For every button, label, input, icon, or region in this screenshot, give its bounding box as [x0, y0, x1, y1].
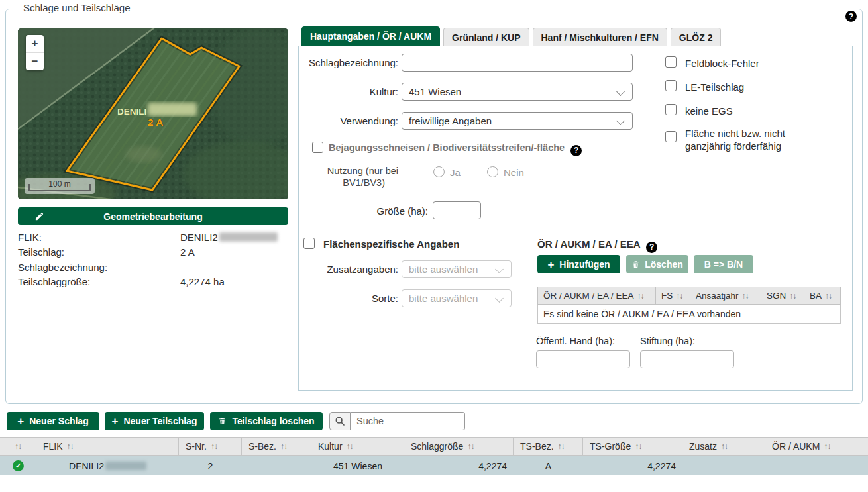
- sort-icon: ↑↓: [347, 442, 353, 451]
- col-flik[interactable]: FLIK ↑↓: [36, 438, 179, 455]
- tab-hanf[interactable]: Hanf / Mischkulturen / EFN: [533, 28, 667, 46]
- schlagbezeichnung-label: Schlagbezeichnung:: [18, 262, 180, 273]
- sorte-field-label: Sorte:: [299, 293, 398, 304]
- sort-icon: ↑↓: [676, 291, 682, 301]
- col-label: TS-Bez.: [520, 441, 554, 452]
- sorte-select[interactable]: bitte auswählen: [402, 289, 512, 307]
- zusatzangaben-select[interactable]: bitte auswählen: [402, 260, 512, 278]
- hinzufuegen-label: Hinzufügen: [559, 259, 610, 270]
- zoom-out-button[interactable]: −: [26, 52, 44, 70]
- geometry-edit-label: Geometriebearbeitung: [103, 211, 202, 222]
- neuer-teilschlag-button[interactable]: + Neuer Teilschlag: [105, 412, 204, 430]
- bejagung-help-icon[interactable]: ?: [570, 145, 582, 156]
- flik-value: DENILI2: [180, 232, 218, 243]
- keine-egs-checkbox[interactable]: [665, 104, 677, 115]
- pencil-icon: [34, 211, 44, 221]
- bejagung-checkbox[interactable]: [312, 142, 323, 153]
- tab-hauptangaben[interactable]: Hauptangaben / ÖR / AUKM: [301, 26, 440, 46]
- kultur-select[interactable]: 451 Wiesen: [402, 83, 633, 101]
- col-kultur[interactable]: Kultur ↑↓: [311, 438, 404, 455]
- schlagbezeichnung-input[interactable]: [402, 54, 633, 72]
- zoom-in-button[interactable]: +: [26, 35, 44, 52]
- flaechenspezifisch-checkbox[interactable]: [303, 238, 315, 249]
- nutzung-label: Nutzung (nur bei BV1/BV3): [299, 165, 398, 189]
- nutzung-label-line2: BV1/BV3): [299, 177, 385, 189]
- col-ts-bez[interactable]: TS-Bez. ↑↓: [514, 438, 583, 455]
- col-s-nr[interactable]: S-Nr. ↑↓: [179, 438, 242, 455]
- col-oer-aukm-ea-eea[interactable]: ÖR / AUKM / EA / EEA ↑↓: [537, 287, 655, 305]
- col-label: FLIK: [43, 441, 63, 452]
- kultur-value: 451 Wiesen: [409, 86, 461, 97]
- row-schlaggroesse-cell: 4,2274: [404, 456, 514, 475]
- col-label: S-Nr.: [186, 441, 207, 452]
- col-zusatz[interactable]: Zusatz ↑↓: [682, 438, 765, 455]
- sort-icon: ↑↓: [467, 442, 474, 451]
- geometry-edit-button[interactable]: Geometriebearbeitung: [18, 207, 288, 225]
- col-label: SGN: [767, 291, 786, 301]
- col-fs[interactable]: FS ↑↓: [655, 287, 690, 305]
- teilschlag-loeschen-button[interactable]: Teilschlag löschen: [210, 412, 323, 430]
- help-icon[interactable]: ?: [845, 11, 857, 22]
- row-zusatz-cell: [682, 456, 765, 475]
- loeschen-button[interactable]: Löschen: [626, 255, 688, 273]
- col-s-bez[interactable]: S-Bez. ↑↓: [242, 438, 311, 455]
- b-bn-label: B => B/N: [704, 259, 743, 270]
- neuer-schlag-label: Neuer Schlag: [29, 416, 88, 426]
- le-teilschlag-checkbox[interactable]: [665, 80, 677, 91]
- nutzung-nein-radio[interactable]: [487, 166, 498, 177]
- sort-icon: ↑↓: [825, 291, 832, 301]
- col-sgn[interactable]: SGN ↑↓: [761, 287, 804, 305]
- flaeche-nicht-foerderfaehig-checkbox[interactable]: [665, 131, 677, 142]
- col-ba[interactable]: BA ↑↓: [804, 287, 841, 305]
- stiftung-input[interactable]: [640, 350, 734, 368]
- neuer-schlag-button[interactable]: + Neuer Schlag: [7, 412, 99, 430]
- sort-icon: ↑↓: [824, 442, 830, 451]
- row-ts-bez-cell: A: [514, 456, 583, 475]
- map-parcel-label: 2 A: [148, 117, 164, 128]
- tab-gloez2[interactable]: GLÖZ 2: [671, 28, 722, 46]
- map-scale-bar: 100 m: [25, 178, 95, 194]
- oer-aukm-help-icon[interactable]: ?: [646, 242, 657, 253]
- oer-aukm-title: ÖR / AUKM / EA / EEA ?: [537, 238, 657, 253]
- oer-aukm-title-text: ÖR / AUKM / EA / EEA: [537, 238, 640, 250]
- neuer-teilschlag-label: Neuer Teilschlag: [123, 416, 197, 426]
- col-label: FS: [661, 291, 673, 301]
- groesse-input[interactable]: [433, 201, 481, 219]
- detail-row-schlagbezeichnung: Schlagbezeichnung:: [18, 260, 288, 275]
- row-oer-aukm-cell: [765, 456, 868, 475]
- tab-gruenland[interactable]: Grünland / KUP: [443, 28, 529, 46]
- chevron-down-icon: [495, 265, 504, 273]
- detail-row-teilschlaggroesse: Teilschlaggröße: 4,2274 ha: [18, 275, 288, 290]
- oer-aukm-table-header: ÖR / AUKM / EA / EEA ↑↓ FS ↑↓ Ansaatjahr…: [537, 287, 841, 305]
- map-zoom-control: + −: [26, 35, 44, 70]
- nutzung-ja-radio[interactable]: [433, 166, 445, 177]
- le-teilschlag-label: LE-Teilschlag: [685, 81, 744, 93]
- tab-bar: Hauptangaben / ÖR / AUKM Grünland / KUP …: [301, 28, 721, 46]
- oeffentl-hand-input[interactable]: [536, 350, 630, 368]
- parcel-map[interactable]: DENILI 2 A + − 100 m: [18, 28, 288, 199]
- oer-aukm-empty-row: Es sind keine ÖR / AUKM / EA / EEA vorha…: [537, 305, 841, 324]
- sorte-placeholder: bitte auswählen: [409, 293, 478, 304]
- col-label: ÖR / AUKM / EA / EEA: [543, 291, 634, 301]
- col-ts-groesse[interactable]: TS-Größe ↑↓: [583, 438, 682, 455]
- teilschlaggroesse-value: 4,2274 ha: [180, 276, 225, 287]
- col-schlaggroesse[interactable]: Schlaggröße ↑↓: [404, 438, 514, 455]
- hinzufuegen-button[interactable]: + Hinzufügen: [537, 255, 620, 273]
- col-status-sort[interactable]: ↑↓: [0, 438, 36, 455]
- nutzung-label-line1: Nutzung (nur bei: [299, 165, 398, 177]
- stiftung-label: Stiftung (ha):: [640, 336, 695, 346]
- plus-icon: +: [547, 259, 554, 270]
- col-ansaatjahr[interactable]: Ansaatjahr ↑↓: [690, 287, 761, 305]
- search-input[interactable]: [351, 412, 465, 430]
- table-row[interactable]: ✓ DENILI2 2 451 Wiesen 4,2274 A 4,2274: [0, 456, 868, 475]
- row-s-bez-cell: [242, 456, 311, 475]
- hauptangaben-panel: Schlagbezeichnung: Kultur: 451 Wiesen Ve…: [298, 46, 853, 391]
- verwendung-select[interactable]: freiwillige Angaben: [402, 112, 633, 130]
- col-oer-aukm[interactable]: ÖR / AUKM ↑↓: [765, 438, 868, 455]
- search-icon: [329, 412, 351, 430]
- zusatzangaben-field-label: Zusatzangaben:: [299, 264, 398, 275]
- feldblock-fehler-checkbox[interactable]: [665, 56, 677, 68]
- flaeche-nicht-foerderfaehig-label: Fläche nicht bzw. nicht ganzjährig förde…: [685, 127, 814, 152]
- sort-icon: ↑↓: [67, 442, 74, 451]
- b-bn-button[interactable]: B => B/N: [694, 255, 753, 273]
